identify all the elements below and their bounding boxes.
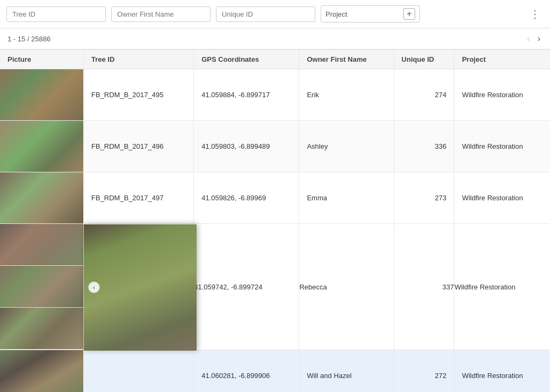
filter-bar: Project + ⋮ xyxy=(0,0,550,28)
col-header-tree-id: Tree ID xyxy=(84,50,194,69)
thumbnail-image[interactable] xyxy=(0,224,83,266)
col-header-project: Project xyxy=(454,50,550,69)
table-row: ‹41.059742, -6.899724Rebecca337Wildfire … xyxy=(0,224,550,350)
gps-cell: 41.059803, -6.899489 xyxy=(194,121,299,172)
unique-id-filter[interactable] xyxy=(216,6,315,22)
project-filter-label: Project xyxy=(325,10,399,18)
project-cell: Wildfire Restoration xyxy=(454,224,550,350)
table-wrapper: Picture Tree ID GPS Coordinates Owner Fi… xyxy=(0,49,550,392)
table-row: FB_RDM_B_2017_49641.059803, -6.899489Ash… xyxy=(0,121,550,172)
thumbnail-image xyxy=(0,69,83,120)
project-cell: Wildfire Restoration xyxy=(454,172,550,224)
col-header-picture: Picture xyxy=(0,50,84,69)
thumbnail-image xyxy=(0,350,83,392)
pagination-info: 1 - 15 / 25886 xyxy=(8,35,50,43)
picture-cell[interactable] xyxy=(0,172,84,224)
data-table: Picture Tree ID GPS Coordinates Owner Fi… xyxy=(0,49,550,392)
thumbnail-image[interactable] xyxy=(0,308,83,350)
thumbnail-image[interactable] xyxy=(0,266,83,308)
owner-cell: Erik xyxy=(299,69,394,121)
tree-id-cell: FB_RDM_B_2017_496 xyxy=(84,121,194,172)
col-header-unique-id: Unique ID xyxy=(394,50,454,69)
owner-cell: Rebecca xyxy=(299,224,394,350)
unique-id-cell: 336 xyxy=(394,121,454,172)
col-header-owner: Owner First Name xyxy=(299,50,394,69)
unique-id-cell: 337 xyxy=(394,224,454,350)
picture-cell[interactable] xyxy=(0,121,84,172)
thumbnail-image xyxy=(0,121,83,172)
table-header-row: Picture Tree ID GPS Coordinates Owner Fi… xyxy=(0,50,550,69)
project-cell: Wildfire Restoration xyxy=(454,121,550,172)
unique-id-cell: 274 xyxy=(394,69,454,121)
gps-cell: 41.060281, -6.899906 xyxy=(194,350,299,393)
gps-cell: 41.059742, -6.899724 xyxy=(194,224,299,350)
col-header-gps: GPS Coordinates xyxy=(194,50,299,69)
gps-cell: 41.059826, -6.89969 xyxy=(194,172,299,224)
owner-cell: Emma xyxy=(299,172,394,224)
next-page-button[interactable]: › xyxy=(535,33,542,45)
tree-id-cell xyxy=(84,350,194,393)
pagination-bar: 1 - 15 / 25886 ‹ › xyxy=(0,28,550,49)
owner-cell: Ashley xyxy=(299,121,394,172)
table-row: FB_RDM_B_2017_49741.059826, -6.89969Emma… xyxy=(0,172,550,224)
owner-cell: Will and Hazel xyxy=(299,350,394,393)
picture-cell-expanded: ‹ xyxy=(0,224,84,350)
project-cell: Wildfire Restoration xyxy=(454,350,550,393)
tree-id-cell: FB_RDM_B_2017_497 xyxy=(84,172,194,224)
large-preview-image xyxy=(84,224,197,351)
prev-page-button[interactable]: ‹ xyxy=(525,33,532,45)
more-options-button[interactable]: ⋮ xyxy=(526,6,544,21)
image-nav-left-button[interactable]: ‹ xyxy=(88,281,100,293)
table-row: 41.060281, -6.899906Will and Hazel272Wil… xyxy=(0,350,550,393)
pagination-controls: ‹ › xyxy=(525,33,542,45)
tree-id-filter[interactable] xyxy=(6,6,106,22)
owner-first-name-filter[interactable] xyxy=(111,6,211,22)
table-row: FB_RDM_B_2017_49541.059884, -6.899717Eri… xyxy=(0,69,550,121)
unique-id-cell: 273 xyxy=(394,172,454,224)
tree-id-cell: FB_RDM_B_2017_495 xyxy=(84,69,194,121)
unique-id-cell: 272 xyxy=(394,350,454,393)
picture-cell[interactable] xyxy=(0,69,84,121)
add-project-button[interactable]: + xyxy=(403,8,415,20)
picture-cell[interactable] xyxy=(0,350,84,393)
project-filter: Project + xyxy=(321,5,420,23)
gps-cell: 41.059884, -6.899717 xyxy=(194,69,299,121)
thumbnail-image xyxy=(0,172,83,223)
project-cell: Wildfire Restoration xyxy=(454,69,550,121)
